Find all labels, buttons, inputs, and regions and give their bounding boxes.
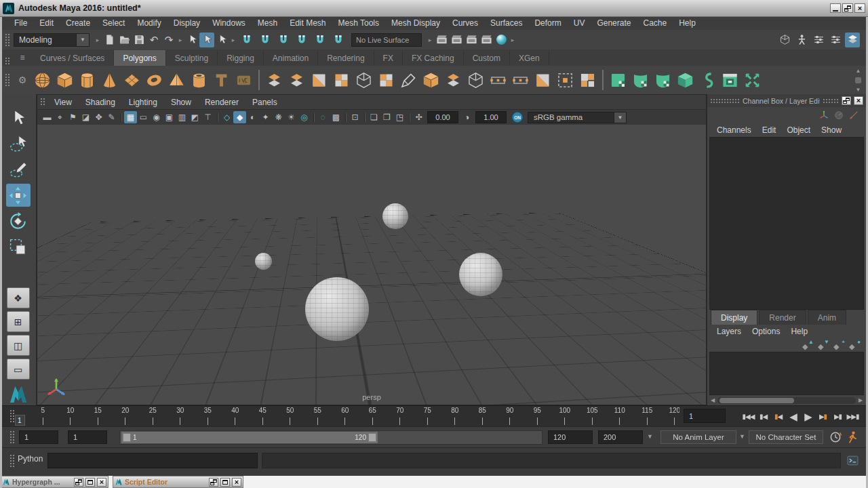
timeline-tick[interactable]: 65 — [359, 406, 387, 427]
view-transform-dropdown[interactable]: sRGB gamma ▼ — [528, 112, 627, 123]
poly-plane-button[interactable] — [121, 68, 143, 92]
timeline-tick[interactable]: 75 — [414, 406, 441, 427]
menu-select[interactable]: Select — [96, 18, 131, 28]
collapse-separator[interactable]: ▸ — [94, 37, 102, 43]
save-scene-button[interactable] — [132, 33, 146, 47]
close-button[interactable]: × — [97, 478, 106, 487]
target-weld-button[interactable] — [554, 68, 576, 92]
restore-button[interactable] — [74, 478, 83, 487]
poly-sphere-object[interactable] — [459, 253, 502, 296]
make-live-button[interactable] — [329, 33, 347, 47]
ipr-render-button[interactable] — [464, 33, 479, 47]
panel-menu-renderer[interactable]: Renderer — [198, 98, 245, 107]
drag-handle[interactable] — [40, 98, 46, 106]
panel-menu-lighting[interactable]: Lighting — [122, 98, 164, 107]
image-plane-icon[interactable]: ◪ — [79, 111, 92, 123]
select-tool[interactable] — [6, 106, 31, 129]
menu-file[interactable]: File — [8, 18, 33, 28]
menu-deform[interactable]: Deform — [528, 18, 567, 28]
offset-edge-loop-button[interactable] — [509, 68, 532, 92]
layout-four-pane-button[interactable]: ⊞ — [7, 311, 30, 332]
spin-edge-button[interactable] — [442, 68, 465, 92]
collapse-separator[interactable]: ▸ — [176, 37, 184, 43]
menu-help[interactable]: Help — [673, 18, 702, 28]
timeline-tick[interactable]: 35 — [194, 406, 222, 427]
animation-preferences-icon[interactable] — [845, 430, 859, 444]
pane-layout-single-icon[interactable]: ❏ — [368, 111, 380, 123]
use-all-lights-icon[interactable]: ✦ — [259, 111, 272, 123]
poly-sphere-object[interactable] — [382, 203, 408, 229]
timeline-tick[interactable]: 90 — [496, 406, 524, 427]
cb-menu-edit[interactable]: Edit — [757, 125, 782, 135]
film-gate-icon[interactable]: ▭ — [137, 111, 150, 123]
motion-blur-icon[interactable]: ◎ — [298, 111, 311, 123]
close-button[interactable]: × — [232, 478, 241, 487]
gamma-field[interactable]: 1.00 — [475, 111, 507, 123]
playback-range-bar[interactable]: 1 120 — [121, 432, 378, 443]
bookmark-icon[interactable]: ⚑ — [66, 111, 79, 123]
contrast-icon[interactable]: ◑ — [460, 111, 473, 123]
menu-curves[interactable]: Curves — [446, 18, 484, 28]
cb-menu-object[interactable]: Object — [781, 125, 816, 135]
uv-contour-stretch-button[interactable] — [652, 68, 674, 92]
timeline-tick[interactable]: 30 — [167, 406, 195, 427]
maximize-button[interactable] — [220, 478, 230, 487]
panel-menu-view[interactable]: View — [47, 98, 79, 107]
exposure-icon[interactable]: ✣ — [412, 111, 425, 123]
svg-tool-button[interactable] — [233, 68, 255, 92]
shelf-tab-custom[interactable]: Custom — [464, 50, 510, 66]
wireframe-icon[interactable]: ◇ — [220, 111, 233, 123]
exposure-field[interactable]: 0.00 — [427, 111, 458, 123]
anim-layer-selector[interactable]: No Anim Layer — [660, 430, 736, 444]
timeline-tick[interactable]: 50 — [277, 406, 304, 427]
drag-handle[interactable] — [5, 73, 11, 87]
viewport-canvas[interactable]: persp — [37, 125, 706, 405]
select-component-button[interactable] — [214, 33, 229, 47]
range-slider-track[interactable]: 1 120 — [119, 430, 542, 445]
cb-menu-show[interactable]: Show — [816, 125, 847, 135]
drag-handle[interactable] — [710, 98, 740, 104]
poly-pyramid-button[interactable] — [165, 68, 188, 92]
snap-to-grid-button[interactable] — [237, 33, 256, 47]
time-slider-track[interactable]: 5 10 15 20 25 30 35 40 45 50 55 60 — [31, 406, 679, 427]
close-panel-button[interactable]: × — [854, 96, 863, 105]
menu-cache[interactable]: Cache — [637, 18, 673, 28]
playback-start-field[interactable]: 1 — [68, 430, 107, 444]
timeline-tick[interactable]: 40 — [222, 406, 250, 427]
shelf-scrollbar[interactable]: ▲ ▼ — [854, 68, 863, 93]
live-surface-field[interactable]: No Live Surface — [351, 33, 422, 47]
smooth-shade-icon[interactable]: ◆ — [233, 111, 246, 123]
shelf-menu-icon[interactable]: ≡ — [14, 53, 31, 62]
shelf-tab-animation[interactable]: Animation — [264, 50, 318, 66]
reduce-button[interactable] — [375, 68, 397, 92]
menu-surfaces[interactable]: Surfaces — [484, 18, 528, 28]
fill-hole-button[interactable] — [576, 68, 599, 92]
textured-icon[interactable]: ◐ — [246, 111, 259, 123]
timeline-tick[interactable]: 100 — [551, 406, 579, 427]
paint-select-tool[interactable] — [6, 158, 31, 181]
timeline-tick[interactable]: 70 — [387, 406, 414, 427]
separator[interactable] — [311, 111, 317, 123]
panel-menu-shading[interactable]: Shading — [79, 98, 122, 107]
scroll-left-icon[interactable]: ◀ — [709, 397, 716, 403]
poly-cylinder-button[interactable] — [76, 68, 98, 92]
layer-menu-options[interactable]: Options — [747, 327, 785, 336]
panel-menu-panels[interactable]: Panels — [245, 98, 284, 107]
timeline-tick[interactable]: 105 — [578, 406, 606, 427]
shelf-tab-rendering[interactable]: Rendering — [318, 50, 374, 66]
pan-zoom-icon[interactable]: ✥ — [92, 111, 105, 123]
open-render-view-button[interactable] — [434, 33, 449, 47]
play-backwards-button[interactable]: ◀ — [786, 409, 800, 424]
close-button[interactable]: × — [854, 3, 865, 13]
poly-cube-button[interactable] — [54, 68, 76, 92]
separator[interactable] — [361, 111, 368, 123]
menu-mesh[interactable]: Mesh — [252, 18, 283, 28]
range-start-handle[interactable] — [123, 433, 131, 442]
shelf-tab-fx[interactable]: FX — [374, 50, 403, 66]
play-forwards-button[interactable]: ▶ — [801, 409, 815, 424]
animation-end-field[interactable]: 200 — [598, 430, 643, 444]
shadows-icon[interactable]: ❋ — [272, 111, 285, 123]
menu-generate[interactable]: Generate — [591, 18, 637, 28]
animation-start-field[interactable]: 1 — [19, 430, 58, 444]
xray-icon[interactable]: ⊡ — [349, 111, 361, 123]
